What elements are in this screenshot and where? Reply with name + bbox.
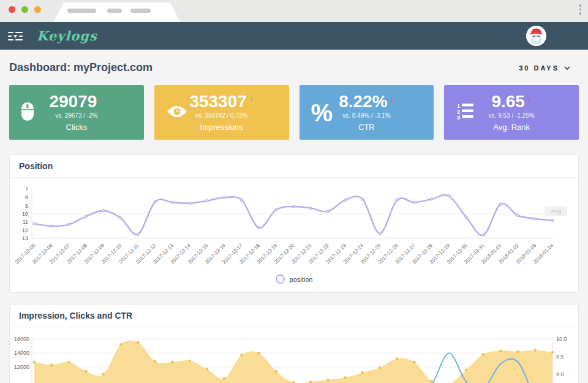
date-range-dropdown[interactable]: 30 DAYS bbox=[519, 64, 570, 72]
maximize-window-icon[interactable] bbox=[34, 6, 41, 13]
avg-badge: Avg bbox=[545, 207, 567, 216]
avg-rank-card: 123 9.65↓ vs. 9.53 / -1.25% Avg. Rank bbox=[444, 85, 579, 140]
tab-skeleton-bar bbox=[67, 9, 96, 13]
app-logo[interactable]: Keylogs bbox=[37, 28, 97, 44]
tab-skeleton-bar bbox=[107, 9, 122, 13]
ctr-card: % 8.22%↓ vs. 8.49% / -3.1% CTR bbox=[300, 85, 434, 140]
svg-text:14000: 14000 bbox=[14, 350, 29, 356]
filter-menu-icon bbox=[8, 31, 23, 42]
page-header: Dashboard: myProject.com 30 DAYS bbox=[0, 50, 588, 84]
impressions-label: Impressions bbox=[154, 123, 289, 132]
svg-text:12: 12 bbox=[22, 227, 28, 233]
user-avatar[interactable] bbox=[526, 26, 546, 46]
tab-skeleton-bar bbox=[130, 9, 151, 13]
legend-label: position bbox=[290, 276, 313, 283]
impressions-compare: vs. 350742 / 0.73% bbox=[154, 112, 289, 119]
svg-text:8: 8 bbox=[25, 194, 28, 200]
legend-marker-icon bbox=[276, 275, 285, 284]
browser-menu-kebab-icon[interactable] bbox=[579, 4, 582, 15]
svg-text:16000: 16000 bbox=[14, 336, 29, 342]
metrics-chart[interactable]: 16000140001200010.09.59.0 bbox=[13, 330, 574, 383]
trend-up-icon: ↑ bbox=[249, 94, 254, 104]
avg-rank-value: 9.65 bbox=[491, 92, 525, 111]
svg-text:7: 7 bbox=[25, 186, 28, 192]
svg-text:12000: 12000 bbox=[14, 364, 29, 370]
svg-text:10.0: 10.0 bbox=[556, 336, 567, 342]
clicks-compare: vs. 29673 / -2% bbox=[9, 112, 144, 119]
svg-text:9.5: 9.5 bbox=[556, 354, 564, 360]
svg-text:9.0: 9.0 bbox=[556, 371, 564, 377]
page-title: Dashboard: myProject.com bbox=[9, 61, 153, 74]
avatar-face-icon bbox=[526, 26, 546, 46]
clicks-card: 29079↓ vs. 29673 / -2% Clicks bbox=[9, 85, 144, 140]
ctr-value: 8.22% bbox=[339, 92, 387, 111]
position-panel-title: Position bbox=[10, 155, 578, 178]
browser-chrome bbox=[0, 0, 588, 22]
svg-text:13: 13 bbox=[22, 235, 28, 241]
ctr-compare: vs. 8.49% / -3.1% bbox=[300, 112, 434, 119]
metrics-panel-title: Impression, Clicks and CTR bbox=[10, 305, 578, 327]
sidebar-toggle-button[interactable] bbox=[8, 30, 24, 42]
impressions-card: 353307↑ vs. 350742 / 0.73% Impressions bbox=[154, 85, 289, 140]
position-legend[interactable]: position bbox=[10, 271, 578, 286]
impressions-value: 353307 bbox=[189, 92, 246, 111]
trend-down-icon: ↓ bbox=[390, 94, 394, 104]
stat-cards-row: 29079↓ vs. 29673 / -2% Clicks 353307↑ vs… bbox=[9, 85, 579, 140]
clicks-value: 29079 bbox=[49, 92, 97, 111]
metrics-panel: Impression, Clicks and CTR 1600014000120… bbox=[9, 304, 579, 383]
svg-text:9: 9 bbox=[25, 203, 28, 209]
position-panel: Position 789101112132017-12-052017-12-06… bbox=[9, 154, 579, 293]
avg-rank-compare: vs. 9.53 / -1.25% bbox=[444, 112, 579, 119]
trend-down-icon: ↓ bbox=[99, 94, 104, 104]
browser-tab[interactable] bbox=[54, 2, 180, 22]
svg-text:10: 10 bbox=[22, 211, 28, 217]
svg-text:11: 11 bbox=[23, 219, 28, 225]
chevron-down-icon bbox=[564, 66, 570, 70]
date-range-label: 30 DAYS bbox=[519, 64, 559, 72]
clicks-label: Clicks bbox=[9, 123, 144, 132]
minimize-window-icon[interactable] bbox=[21, 6, 28, 13]
position-chart[interactable]: 789101112132017-12-052017-12-062017-12-0… bbox=[13, 180, 574, 271]
close-window-icon[interactable] bbox=[9, 6, 15, 13]
avg-rank-label: Avg. Rank bbox=[444, 123, 579, 132]
trend-down-icon: ↓ bbox=[527, 94, 532, 104]
app-navbar: Keylogs bbox=[0, 22, 588, 50]
